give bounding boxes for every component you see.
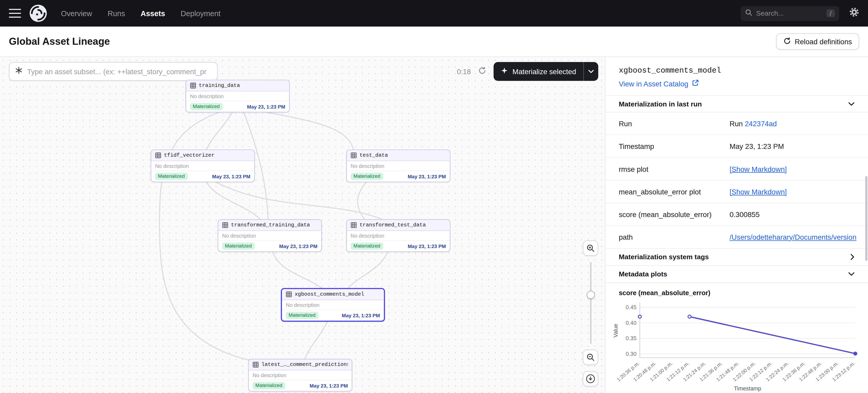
- search-input[interactable]: [756, 9, 823, 17]
- svg-text:0.30: 0.30: [626, 351, 636, 357]
- svg-text:0.45: 0.45: [626, 304, 636, 310]
- refresh-timer: 0:18: [457, 67, 471, 76]
- zoom-in-icon: [586, 243, 595, 253]
- section-system-tags[interactable]: Materialization system tags: [606, 249, 868, 266]
- chevron-down-icon: [848, 272, 855, 276]
- show-markdown-link[interactable]: [Show Markdown]: [730, 165, 787, 173]
- asset-node-transformed-test-data[interactable]: transformed_test_data No description Mat…: [346, 220, 451, 252]
- asset-node-xgboost-comments-model[interactable]: xgboost_comments_model No description Ma…: [281, 288, 385, 322]
- settings-gear-icon[interactable]: [849, 7, 859, 20]
- table-icon: [351, 151, 357, 160]
- table-icon: [351, 220, 357, 230]
- section-metadata-plots[interactable]: Metadata plots: [606, 266, 868, 283]
- score-line-chart: 0.300.350.400.451:20:36 p.m.1:20:48 p.m.…: [612, 299, 862, 392]
- chevron-right-icon: [850, 254, 855, 260]
- status-badge: Materialized: [252, 382, 285, 389]
- path-link[interactable]: /Users/odetteharary/Documents/version: [730, 233, 856, 241]
- asset-node-latest-comment-predictions[interactable]: latest_…_comment_predictions No descript…: [248, 359, 352, 392]
- zoom-out-button[interactable]: [583, 350, 598, 365]
- section-materialization-last-run[interactable]: Materialization in last run: [606, 95, 868, 112]
- zoom-slider-knob[interactable]: [586, 291, 595, 299]
- asset-graph-icon: [15, 66, 23, 76]
- top-nav: Overview Runs Assets Deployment /: [0, 0, 868, 27]
- asset-title: xgboost_comments_model: [619, 66, 855, 75]
- fit-view-button[interactable]: [583, 371, 598, 387]
- status-badge: Materialized: [286, 312, 318, 319]
- search-shortcut-badge: /: [826, 9, 835, 17]
- nav-item-deployment[interactable]: Deployment: [181, 9, 220, 18]
- table-icon: [190, 81, 196, 91]
- asset-node-transformed-training-data[interactable]: transformed_training_data No description…: [218, 220, 322, 252]
- asset-subset-input[interactable]: [27, 67, 212, 76]
- zoom-in-button[interactable]: [583, 240, 598, 256]
- metadata-plot-title: score (mean_absolute_error): [606, 283, 868, 298]
- refresh-graph-icon[interactable]: [478, 66, 486, 76]
- asset-lineage-graph: 0:18 Materialize selected: [0, 57, 605, 393]
- reload-definitions-button[interactable]: Reload definitions: [776, 33, 859, 50]
- nav-items: Overview Runs Assets Deployment: [61, 9, 220, 18]
- main-content: 0:18 Materialize selected: [0, 57, 868, 393]
- nav-item-overview[interactable]: Overview: [61, 9, 92, 18]
- refresh-icon: [783, 37, 791, 46]
- attr-row-mae-plot: mean_absolute_error plot [Show Markdown]: [606, 181, 868, 203]
- dagster-logo[interactable]: [29, 4, 48, 23]
- search-icon: [745, 8, 752, 18]
- status-badge: Materialized: [222, 242, 255, 250]
- sparkle-icon: [501, 67, 508, 76]
- table-icon: [155, 151, 161, 160]
- global-search[interactable]: /: [741, 6, 839, 21]
- svg-text:0.40: 0.40: [626, 320, 636, 326]
- status-badge: Materialized: [155, 173, 188, 180]
- table-icon: [222, 220, 228, 230]
- view-in-asset-catalog-link[interactable]: View in Asset Catalog: [619, 79, 699, 88]
- status-badge: Materialized: [190, 103, 223, 110]
- arrow-down-circle-icon: [586, 374, 595, 384]
- status-badge: Materialized: [351, 173, 383, 180]
- attr-row-run: Run Run 242374ad: [606, 112, 868, 135]
- menu-icon[interactable]: [9, 9, 21, 18]
- table-icon: [252, 360, 258, 369]
- zoom-slider-track[interactable]: [590, 262, 591, 344]
- attr-row-score: score (mean_absolute_error) 0.300855: [606, 203, 868, 226]
- dagster-app: Overview Runs Assets Deployment /: [0, 0, 868, 393]
- attr-row-path: path /Users/odetteharary/Documents/versi…: [606, 226, 868, 249]
- asset-node-test-data[interactable]: test_data No description MaterializedMay…: [346, 150, 451, 182]
- asset-node-tfidf-vectorizer[interactable]: tfidf_vectorizer No description Material…: [151, 150, 255, 182]
- asset-detail-sidebar: xgboost_comments_model View in Asset Cat…: [605, 57, 868, 393]
- nav-item-runs[interactable]: Runs: [107, 9, 125, 18]
- asset-node-training-data[interactable]: training_data No description Materialize…: [186, 79, 290, 112]
- zoom-slider[interactable]: [589, 262, 592, 344]
- graph-toolbar-right: 0:18 Materialize selected: [457, 62, 598, 81]
- asset-filter-box: [9, 62, 218, 81]
- table-icon: [286, 289, 292, 299]
- page-title: Global Asset Lineage: [9, 36, 110, 47]
- external-link-icon: [691, 79, 699, 88]
- page-header: Global Asset Lineage Reload definitions: [0, 27, 868, 57]
- materialize-selected-button[interactable]: Materialize selected: [494, 62, 583, 81]
- nav-item-assets[interactable]: Assets: [141, 9, 165, 18]
- sidebar-scrollbar[interactable]: [865, 176, 867, 261]
- chevron-down-icon: [848, 101, 855, 106]
- chevron-down-icon: [588, 70, 594, 73]
- attr-row-timestamp: Timestamp May 23, 1:23 PM: [606, 135, 868, 158]
- materialize-dropdown-button[interactable]: [583, 62, 598, 81]
- svg-text:Timestamp: Timestamp: [734, 386, 761, 392]
- nav-right: /: [741, 6, 859, 21]
- zoom-out-icon: [586, 353, 595, 361]
- status-badge: Materialized: [351, 242, 383, 250]
- metadata-plot: 0.300.350.400.451:20:36 p.m.1:20:48 p.m.…: [606, 298, 868, 393]
- attr-row-rmse-plot: rmse plot [Show Markdown]: [606, 158, 868, 181]
- svg-text:0.35: 0.35: [626, 335, 636, 341]
- materialize-split-button: Materialize selected: [494, 62, 598, 81]
- svg-text:Value: Value: [613, 324, 619, 337]
- run-id-link[interactable]: 242374ad: [745, 120, 777, 128]
- show-markdown-link[interactable]: [Show Markdown]: [730, 187, 787, 196]
